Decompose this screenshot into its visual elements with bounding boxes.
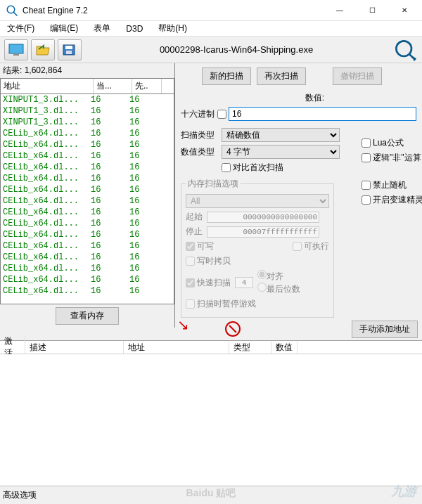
- hex-checkbox[interactable]: [217, 110, 226, 119]
- value-input[interactable]: [229, 107, 416, 121]
- result-row[interactable]: CELib_x64.dl...1616: [1, 162, 174, 173]
- result-row[interactable]: CELib_x64.dl...1616: [1, 207, 174, 218]
- valtype-select[interactable]: 4 字节: [222, 145, 340, 159]
- close-button[interactable]: ✕: [388, 0, 421, 21]
- result-row[interactable]: CELib_x64.dl...1616: [1, 173, 174, 184]
- pause-checkbox[interactable]: [186, 299, 195, 309]
- folder-open-icon: [35, 44, 51, 56]
- result-row[interactable]: CELib_x64.dl...1616: [1, 263, 174, 274]
- scantype-label: 扫描类型: [181, 129, 219, 141]
- svg-rect-6: [66, 51, 72, 54]
- col-type[interactable]: 类型: [229, 342, 271, 354]
- add-to-list-arrow-icon[interactable]: ↘: [177, 316, 189, 333]
- watermark-jiuyou: 九游: [391, 483, 416, 500]
- maximize-button[interactable]: ☐: [356, 0, 388, 21]
- result-row[interactable]: CELib_x64.dl...1616: [1, 274, 174, 285]
- app-icon: [6, 4, 18, 17]
- svg-rect-2: [9, 44, 23, 53]
- result-row[interactable]: CELib_x64.dl...1616: [1, 240, 174, 252]
- scantype-select[interactable]: 精确数值: [222, 128, 340, 142]
- view-memory-button[interactable]: 查看内存: [56, 307, 119, 325]
- col-current[interactable]: 当...: [94, 79, 132, 93]
- memory-scan-options: 内存扫描选项 All 起始 停止 可写 可执行 写时拷贝 快速扫描 对齐 最后位…: [181, 178, 334, 318]
- menu-help[interactable]: 帮助(H): [155, 21, 190, 36]
- address-list-header: 激活 描述 地址 类型 数值: [0, 340, 422, 354]
- col-value[interactable]: 数值: [271, 342, 298, 354]
- manual-add-button[interactable]: 手动添加地址: [352, 321, 418, 338]
- col-previous[interactable]: 先..: [132, 79, 162, 93]
- address-list[interactable]: [0, 354, 422, 485]
- results-list[interactable]: XINPUT1_3.dl...1616XINPUT1_3.dl...1616XI…: [0, 93, 174, 304]
- compare-first-checkbox[interactable]: [222, 163, 231, 172]
- svg-line-1: [13, 12, 17, 15]
- result-row[interactable]: CELib_x64.dl...1616: [1, 195, 174, 207]
- result-row[interactable]: CELib_x64.dl...1616: [1, 229, 174, 240]
- result-row[interactable]: CELib_x64.dl...1616: [1, 150, 174, 162]
- result-row[interactable]: XINPUT1_3.dl...1616: [1, 117, 174, 128]
- disable-random-checkbox[interactable]: [362, 181, 371, 190]
- result-row[interactable]: CELib_x64.dl...1616: [1, 218, 174, 229]
- align-radio[interactable]: [257, 270, 267, 279]
- svg-point-0: [7, 6, 15, 13]
- menu-table[interactable]: 表单: [91, 21, 113, 36]
- window-title: Cheat Engine 7.2: [23, 6, 324, 15]
- new-scan-button[interactable]: 新的扫描: [202, 67, 251, 85]
- ce-logo-icon[interactable]: [392, 37, 418, 63]
- save-icon: [62, 44, 77, 56]
- undo-scan-button[interactable]: 撤销扫描: [333, 67, 382, 85]
- process-name: 00002298-Icarus-Win64-Shipping.exe: [84, 44, 388, 55]
- col-addr[interactable]: 地址: [124, 342, 229, 354]
- value-label: 数值:: [305, 92, 324, 104]
- next-scan-button[interactable]: 再次扫描: [257, 67, 306, 85]
- col-desc[interactable]: 描述: [25, 342, 124, 354]
- start-address-input[interactable]: [207, 212, 319, 223]
- memopt-all-select[interactable]: All: [186, 194, 329, 208]
- watermark-baidu: Baidu 贴吧: [186, 487, 236, 500]
- lastbit-radio[interactable]: [257, 283, 267, 292]
- fastscan-checkbox[interactable]: [186, 278, 195, 287]
- result-row[interactable]: XINPUT1_3.dl...1616: [1, 94, 174, 105]
- hex-label: 十六进制: [181, 108, 215, 120]
- result-row[interactable]: CELib_x64.dl...1616: [1, 139, 174, 150]
- open-process-button[interactable]: [4, 39, 28, 60]
- enable-speed-checkbox[interactable]: [362, 195, 371, 205]
- menu-d3d[interactable]: D3D: [123, 22, 146, 35]
- result-row[interactable]: CELib_x64.dl...1616: [1, 252, 174, 263]
- compare-first-label: 对比首次扫描: [233, 162, 283, 174]
- result-row[interactable]: CELib_x64.dl...1616: [1, 184, 174, 195]
- col-address[interactable]: 地址: [1, 79, 94, 93]
- svg-rect-3: [13, 54, 19, 56]
- minimize-button[interactable]: —: [324, 0, 356, 21]
- writable-checkbox[interactable]: [186, 242, 195, 251]
- results-count: 结果: 1,602,864: [0, 63, 174, 78]
- menu-edit[interactable]: 编辑(E): [47, 21, 81, 36]
- monitor-icon: [8, 44, 24, 56]
- cow-checkbox[interactable]: [186, 257, 195, 266]
- lua-formula-checkbox[interactable]: [362, 138, 371, 148]
- open-file-button[interactable]: [31, 39, 55, 60]
- executable-checkbox[interactable]: [293, 242, 302, 251]
- memopt-legend: 内存扫描选项: [186, 178, 241, 190]
- result-row[interactable]: XINPUT1_3.dl...1616: [1, 105, 174, 117]
- result-row[interactable]: CELib_x64.dl...1616: [1, 285, 174, 297]
- stop-address-input[interactable]: [207, 226, 319, 238]
- advanced-options[interactable]: 高级选项: [3, 489, 37, 501]
- menu-file[interactable]: 文件(F): [4, 21, 37, 36]
- fastscan-value[interactable]: [235, 277, 253, 288]
- svg-rect-5: [65, 46, 72, 49]
- valtype-label: 数值类型: [181, 146, 219, 158]
- result-row[interactable]: CELib_x64.dl...1616: [1, 128, 174, 139]
- logic-not-checkbox[interactable]: [362, 153, 371, 162]
- save-button[interactable]: [58, 39, 82, 60]
- no-scan-icon: [225, 321, 241, 337]
- results-header: 地址 当... 先..: [0, 78, 174, 93]
